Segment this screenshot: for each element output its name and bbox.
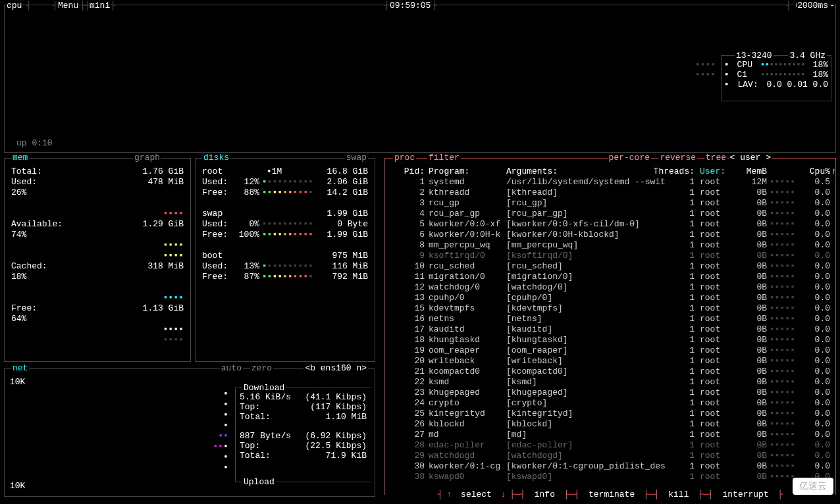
proc-user-nav[interactable]: < user >	[729, 153, 772, 163]
disk-boot-free-pct: 87%	[230, 272, 259, 282]
proc-row[interactable]: 20writeback[writeback]1root0B▪▪▪▪▪0.0	[385, 356, 835, 366]
mem-cached-label: Cached:	[11, 261, 47, 271]
disk-swap-free: 1.99 GiB	[322, 230, 368, 239]
disk-boot-total: 975 MiB	[332, 251, 368, 261]
hdr-cpu[interactable]: Cpu%	[804, 166, 830, 176]
proc-row[interactable]: 29watchdogd[watchdogd]1root0B▪▪▪▪▪0.0	[385, 451, 835, 461]
mem-graph-toggle[interactable]: graph	[133, 153, 161, 163]
proc-row[interactable]: 19oom_reaper[oom_reaper]1root0B▪▪▪▪▪0.0	[385, 345, 835, 356]
ul-rate-bits: (6.92 Kibps)	[305, 431, 367, 441]
proc-row[interactable]: 18khungtaskd[khungtaskd]1root0B▪▪▪▪▪0.0	[385, 335, 835, 345]
dl-total: 1.10 MiB	[326, 412, 367, 422]
mem-total: 1.76 GiB	[143, 166, 184, 176]
proc-tree[interactable]: tree	[704, 153, 727, 163]
disk-swap-used-pct: 0%	[230, 219, 259, 229]
hdr-pid[interactable]: Pid:	[385, 166, 425, 176]
cpu-model: i3-3240	[735, 51, 774, 61]
proc-row[interactable]: 8mm_percpu_wq[mm_percpu_wq]1root0B▪▪▪▪▪0…	[385, 240, 835, 251]
dl-top-label: Top:	[240, 402, 260, 412]
disk-root-used-label: Used:	[202, 177, 228, 187]
download-label: Download	[242, 383, 286, 393]
disk-swap-free-pct: 100%	[230, 230, 259, 239]
cpu-total-label: CPU	[737, 60, 752, 70]
mem-used: 478 MiB	[147, 177, 184, 187]
proc-row[interactable]: 6kworker/0:0H-k[kworker/0:0H-kblockd]1ro…	[385, 230, 835, 240]
disk-boot-name: boot	[202, 251, 223, 261]
net-title: net	[11, 363, 29, 373]
net-scale-bot: 10K	[10, 481, 25, 491]
cpu-c1-label: C1	[737, 70, 748, 80]
hdr-user[interactable]: User:	[700, 166, 729, 176]
net-iface[interactable]: <b ens160 n>	[303, 363, 368, 373]
proc-row[interactable]: 3rcu_gp[rcu_gp]1root0B▪▪▪▪▪0.0	[385, 198, 835, 209]
mem-avail-label: Available:	[11, 219, 63, 229]
proc-row[interactable]: 25kintegrityd[kintegrityd]1root0B▪▪▪▪▪0.…	[385, 409, 835, 419]
proc-row[interactable]: 23khugepaged[khugepaged]1root0B▪▪▪▪▪0.0	[385, 388, 835, 398]
proc-filter[interactable]: filter	[427, 153, 461, 163]
ul-total: 71.9 KiB	[326, 451, 367, 461]
proc-row[interactable]: 15kdevtmpfs[kdevtmpfs]1root0B▪▪▪▪▪0.0	[385, 303, 835, 314]
hdr-program[interactable]: Program:	[429, 166, 501, 176]
proc-row[interactable]: 27md[md]1root0B▪▪▪▪▪0.0	[385, 430, 835, 440]
net-zero[interactable]: zero	[250, 363, 273, 373]
footer-info[interactable]: info	[533, 490, 557, 499]
proc-row[interactable]: 38kswapd0[kswapd0]1root0B▪▪▪▪▪0.0	[385, 472, 835, 482]
proc-row[interactable]: 13cpuhp/0[cpuhp/0]1root0B▪▪▪▪▪0.0	[385, 293, 835, 303]
proc-row[interactable]: 24crypto[crypto]1root0B▪▪▪▪▪0.0	[385, 398, 835, 409]
proc-rows[interactable]: 1systemd/usr/lib/systemd/systemd --swit1…	[385, 177, 835, 482]
proc-row[interactable]: 30kworker/0:1-cg[kworker/0:1-cgroup_pidl…	[385, 461, 835, 472]
proc-row[interactable]: 16netns[netns]1root0B▪▪▪▪▪0.0	[385, 314, 835, 324]
disks-panel: disks swap root ▪1M 16.8 GiB Used: 12% ▪…	[195, 158, 375, 362]
proc-row[interactable]: 11migration/0[migration/0]1root0B▪▪▪▪▪0.…	[385, 272, 835, 282]
disk-root-used: 2.06 GiB	[322, 177, 368, 187]
footer-interrupt[interactable]: interrupt	[721, 490, 771, 499]
proc-row[interactable]: 5kworker/0:0-xf[kworker/0:0-xfs-cil/dm-0…	[385, 219, 835, 230]
proc-header-row: Pid: Program: Arguments: Threads: User: …	[385, 166, 835, 177]
mem-free-label: Free:	[11, 303, 37, 313]
proc-row[interactable]: 2kthreadd[kthreadd]1root0B▪▪▪▪▪0.0	[385, 188, 835, 198]
proc-reverse[interactable]: reverse	[658, 153, 697, 163]
uptime: up 0:10	[16, 138, 53, 148]
net-panel: net auto zero <b ens160 n> 10K 10K ▪ ▪ ▪…	[4, 368, 375, 497]
proc-row[interactable]: 28edac-poller[edac-poller]1root0B▪▪▪▪▪0.…	[385, 440, 835, 451]
dl-top: (117 Kibps)	[310, 402, 367, 412]
proc-row[interactable]: 17kauditd[kauditd]1root0B▪▪▪▪▪0.0	[385, 324, 835, 335]
footer-select[interactable]: select	[459, 490, 494, 499]
proc-row[interactable]: 10rcu_sched[rcu_sched]1root0B▪▪▪▪▪0.0	[385, 261, 835, 272]
footer-terminate[interactable]: terminate	[587, 490, 637, 499]
disk-boot-used: 116 MiB	[322, 261, 368, 271]
disk-swap-total: 1.99 GiB	[327, 209, 368, 218]
cpu-c1-pct: 18%	[813, 70, 828, 80]
proc-row[interactable]: 12watchdog/0[watchdog/0]1root0B▪▪▪▪▪0.0	[385, 282, 835, 293]
disk-root-used-pct: 12%	[230, 177, 259, 187]
footer-kill[interactable]: kill	[666, 490, 691, 499]
mem-used-label: Used:	[11, 177, 37, 187]
lav-values: 0.0 0.01 0.0	[766, 80, 828, 89]
cpu-total-pct: 18%	[813, 60, 828, 70]
dl-rate-bits: (41.1 Kibps)	[305, 392, 367, 402]
disk-root-free: 14.2 GiB	[322, 188, 368, 197]
disk-root-io: ▪1M	[267, 166, 282, 176]
mem-free: 1.13 GiB	[143, 303, 184, 313]
dl-total-label: Total:	[240, 412, 271, 422]
disk-swap-used: 0 Byte	[322, 219, 368, 229]
net-stats-box: Download 5.16 KiB/s(41.1 Kibps) Top:(117…	[235, 388, 371, 482]
disk-boot-free: 792 MiB	[322, 272, 368, 282]
proc-row[interactable]: 26kblockd[kblockd]1root0B▪▪▪▪▪0.0	[385, 419, 835, 430]
hdr-threads[interactable]: Threads:	[652, 166, 695, 176]
proc-row[interactable]: 1systemd/usr/lib/systemd/systemd --swit1…	[385, 177, 835, 188]
lav-label: LAV:	[737, 80, 758, 89]
hdr-arguments[interactable]: Arguments:	[506, 166, 671, 176]
net-auto[interactable]: auto	[220, 363, 243, 373]
hdr-mem[interactable]: MemB	[741, 166, 767, 176]
mem-cached-pct: 18%	[11, 272, 26, 282]
proc-row[interactable]: 4rcu_par_gp[rcu_par_gp]1root0B▪▪▪▪▪0.0	[385, 209, 835, 219]
proc-panel: proc filter per-core reverse tree < user…	[384, 158, 836, 495]
proc-row[interactable]: 21kcompactd0[kcompactd0]1root0B▪▪▪▪▪0.0	[385, 366, 835, 377]
upload-label: Upload	[242, 477, 276, 487]
proc-row[interactable]: 9ksoftirqd/0[ksoftirqd/0]1root0B▪▪▪▪▪0.0	[385, 251, 835, 261]
cpu-panel: i3-3240 3.4 GHz ▪▪▪▪ ▪ CPU ▪▪▪▪▪▪▪▪▪▪ 18…	[4, 5, 836, 153]
proc-percore[interactable]: per-core	[608, 153, 651, 163]
mem-free-pct: 64%	[11, 314, 26, 324]
proc-row[interactable]: 22ksmd[ksmd]1root0B▪▪▪▪▪0.0	[385, 377, 835, 388]
